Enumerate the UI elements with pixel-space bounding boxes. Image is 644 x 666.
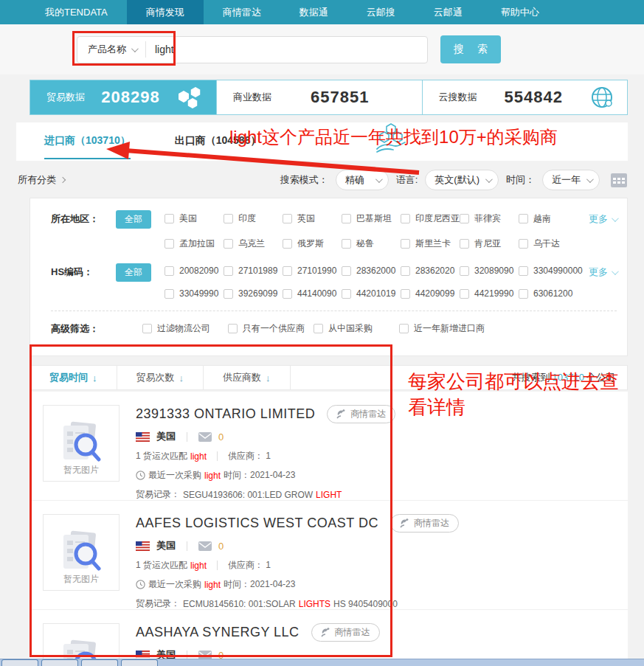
hs-option[interactable]: 33049990 <box>165 288 224 299</box>
sheet-tab[interactable] <box>81 659 118 666</box>
checkbox[interactable] <box>342 266 351 276</box>
checkbox[interactable] <box>401 239 410 249</box>
hs-option[interactable]: 27101989 <box>224 266 283 276</box>
region-option[interactable]: 秘鲁 <box>342 237 401 250</box>
search-mode-select[interactable]: 精确 <box>336 170 389 190</box>
nav-my-tendata[interactable]: 我的TENDATA <box>26 0 127 24</box>
region-option[interactable]: 美国 <box>165 212 224 225</box>
company-card[interactable]: 暂无图片 2391333 ONTARIO LIMITED 商情雷达 <box>30 392 628 501</box>
time-select[interactable]: 近一年 <box>542 170 600 190</box>
region-option[interactable]: 肯尼亚 <box>460 237 519 250</box>
checkbox[interactable] <box>165 214 174 223</box>
company-name[interactable]: 2391333 ONTARIO LIMITED <box>136 406 315 422</box>
checkbox[interactable] <box>519 289 528 299</box>
checkbox[interactable] <box>460 266 469 276</box>
hs-all-button[interactable]: 全部 <box>116 263 151 282</box>
checkbox[interactable] <box>224 289 233 299</box>
region-option[interactable]: 越南 <box>519 212 578 225</box>
checkbox[interactable] <box>165 289 174 299</box>
hs-option[interactable]: 28362020 <box>401 266 460 276</box>
hs-option[interactable]: 32089090 <box>460 266 519 276</box>
hs-option[interactable]: 27101990 <box>283 266 342 276</box>
checkbox[interactable] <box>142 324 152 333</box>
hs-option[interactable]: 44209099 <box>401 288 460 299</box>
region-option[interactable]: 英国 <box>283 212 342 225</box>
hs-option[interactable]: 44201019 <box>342 288 401 299</box>
stat-business-data[interactable]: 商业数据 657851 <box>217 80 423 114</box>
hs-option[interactable]: 20082090 <box>165 266 224 276</box>
region-more-link[interactable]: 更多 <box>589 209 617 226</box>
mail-icon[interactable] <box>198 541 212 551</box>
language-select[interactable]: 英文(默认) <box>425 170 499 190</box>
sort-supplier-count[interactable]: 供应商数↓ <box>204 366 291 389</box>
checkbox[interactable] <box>228 324 238 333</box>
checkbox[interactable] <box>399 324 409 333</box>
region-option[interactable]: 印度尼西亚 <box>401 212 460 225</box>
nav-business-discovery[interactable]: 商情发现 <box>127 0 204 24</box>
advanced-option[interactable]: 从中国采购 <box>314 322 399 335</box>
calendar-icon[interactable] <box>610 172 628 188</box>
advanced-option[interactable]: 近一年新增进口商 <box>399 322 510 335</box>
checkbox[interactable] <box>460 214 469 223</box>
tab-exporters[interactable]: 出口商（104588） <box>175 134 261 159</box>
checkbox[interactable] <box>224 214 233 223</box>
tab-importers[interactable]: 进口商（103710） <box>44 134 131 159</box>
checkbox[interactable] <box>401 289 410 299</box>
company-card[interactable]: 暂无图片 AAFES LOGISTICS WEST COAST DC 商情雷达 <box>30 501 628 610</box>
sort-trade-count[interactable]: 贸易次数↓ <box>117 366 204 389</box>
nav-cloud-mail-search[interactable]: 云邮搜 <box>347 0 415 24</box>
hs-more-link[interactable]: 更多 <box>589 262 617 279</box>
checkbox[interactable] <box>460 239 469 249</box>
radar-button[interactable]: 商情雷达 <box>390 514 459 533</box>
company-name[interactable]: AASHAYA SYNERGY LLC <box>136 625 300 640</box>
hs-option[interactable]: 63061200 <box>519 288 578 299</box>
checkbox[interactable] <box>165 239 174 249</box>
region-option[interactable]: 巴基斯坦 <box>342 212 401 225</box>
region-all-button[interactable]: 全部 <box>116 210 151 229</box>
radar-button[interactable]: 商情雷达 <box>327 405 395 423</box>
sheet-tab[interactable] <box>41 659 78 666</box>
company-name[interactable]: AAFES LOGISTICS WEST COAST DC <box>136 516 378 531</box>
advanced-option[interactable]: 只有一个供应商 <box>228 322 314 335</box>
region-option[interactable]: 俄罗斯 <box>283 237 342 250</box>
checkbox[interactable] <box>519 239 528 249</box>
checkbox[interactable] <box>342 214 351 223</box>
hs-option[interactable]: 44140090 <box>283 288 342 299</box>
search-input[interactable] <box>146 44 427 55</box>
checkbox[interactable] <box>401 214 410 223</box>
nav-cloud-mail[interactable]: 云邮通 <box>415 0 482 24</box>
checkbox[interactable] <box>283 239 292 249</box>
stat-cloud-search-data[interactable]: 云搜数据 554842 <box>423 80 628 114</box>
sheet-tab[interactable] <box>121 659 158 666</box>
nav-data-link[interactable]: 数据通 <box>280 0 347 24</box>
checkbox[interactable] <box>342 239 351 249</box>
checkbox[interactable] <box>519 266 528 276</box>
region-option[interactable]: 印度 <box>224 212 283 225</box>
sort-trade-time[interactable]: 贸易时间↓ <box>30 366 117 389</box>
hs-option[interactable]: 28362000 <box>342 266 401 276</box>
checkbox[interactable] <box>519 214 528 223</box>
hs-option[interactable]: 44219990 <box>460 288 519 299</box>
region-option[interactable]: 孟加拉国 <box>165 237 224 250</box>
sheet-tab[interactable] <box>1 659 38 666</box>
all-categories-link[interactable]: 所有分类 <box>18 173 65 187</box>
stat-trade-data[interactable]: 贸易数据 208298 <box>30 80 217 114</box>
search-button[interactable]: 搜 索 <box>440 35 501 63</box>
checkbox[interactable] <box>224 266 233 276</box>
checkbox[interactable] <box>283 214 292 223</box>
checkbox[interactable] <box>314 324 323 333</box>
nav-help-center[interactable]: 帮助中心 <box>482 0 558 24</box>
checkbox[interactable] <box>165 266 174 276</box>
hs-option[interactable]: 39269099 <box>224 288 283 299</box>
region-option[interactable]: 菲律宾 <box>460 212 519 225</box>
mail-icon[interactable] <box>198 432 212 442</box>
checkbox[interactable] <box>224 239 233 249</box>
checkbox[interactable] <box>460 289 469 299</box>
checkbox[interactable] <box>401 266 410 276</box>
radar-button[interactable]: 商情雷达 <box>311 623 380 642</box>
region-option[interactable]: 斯里兰卡 <box>401 237 460 250</box>
advanced-option[interactable]: 过滤物流公司 <box>142 322 228 335</box>
company-card[interactable]: 暂无图片 AASHAYA SYNERGY LLC 商情雷达 美 <box>30 610 628 666</box>
nav-business-radar[interactable]: 商情雷达 <box>204 0 280 24</box>
region-option[interactable]: 乌干达 <box>519 237 578 250</box>
